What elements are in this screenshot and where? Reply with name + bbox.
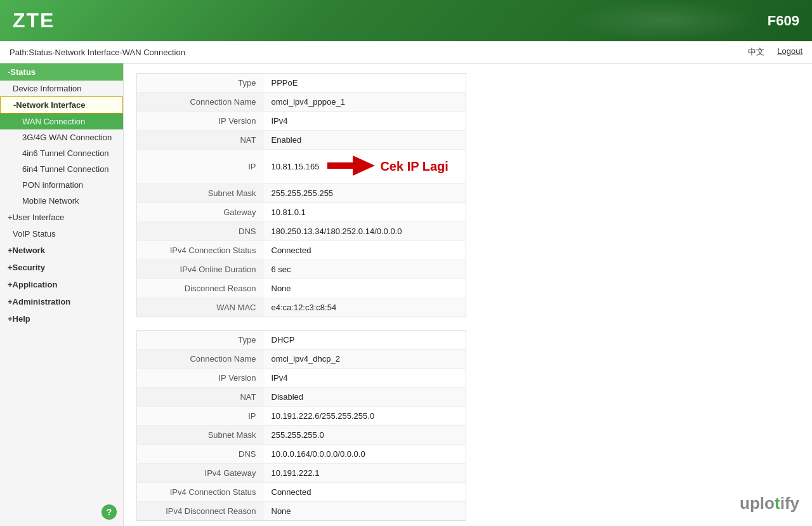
sidebar-item-6in4-tunnel[interactable]: 6in4 Tunnel Connection	[0, 161, 123, 177]
header: ZTE F609	[0, 0, 812, 41]
row-value: 10.191.222.6/255.255.255.0	[264, 407, 466, 426]
sidebar-item-pon-information[interactable]: PON information	[0, 177, 123, 193]
table-row: IP10.81.15.165 Cek IP Lagi	[137, 150, 466, 184]
table-row: IPv4 Online Duration6 sec	[137, 260, 466, 279]
row-value: 255.255.255.255	[264, 184, 466, 203]
navbar: Path:Status-Network Interface-WAN Connec…	[0, 41, 812, 63]
row-value: 10.0.0.164/0.0.0.0/0.0.0.0	[264, 445, 466, 464]
table-row: DNS10.0.0.164/0.0.0.0/0.0.0.0	[137, 445, 466, 464]
dhcp-table: TypeDHCPConnection Nameomci_ipv4_dhcp_2I…	[136, 330, 466, 521]
row-value: e4:ca:12:c3:c8:54	[264, 298, 466, 317]
row-label: IPv4 Connection Status	[137, 241, 264, 260]
sidebar: -Status Device Information -Network Inte…	[0, 63, 124, 526]
row-label: IP Version	[137, 112, 264, 131]
sidebar-item-device-information[interactable]: Device Information	[0, 81, 123, 96]
logout-link[interactable]: Logout	[777, 46, 802, 58]
row-value: 10.81.0.1	[264, 203, 466, 222]
row-label: IPv4 Connection Status	[137, 483, 264, 502]
row-label: Gateway	[137, 203, 264, 222]
row-value: None	[264, 502, 466, 521]
sidebar-item-help[interactable]: +Help	[0, 310, 123, 327]
table-row: Subnet Mask255.255.255.0	[137, 426, 466, 445]
table-row: Gateway10.81.0.1	[137, 203, 466, 222]
watermark-part1: uplo	[740, 494, 775, 513]
table-row: IPv4 Connection StatusConnected	[137, 483, 466, 502]
row-value: 180.250.13.34/180.252.0.14/0.0.0.0	[264, 222, 466, 241]
row-value: 6 sec	[264, 260, 466, 279]
row-value: 10.191.222.1	[264, 464, 466, 483]
ip-annotation-wrapper: 10.81.15.165 Cek IP Lagi	[272, 154, 459, 179]
row-value: Connected	[264, 483, 466, 502]
row-value: DHCP	[264, 331, 466, 350]
navbar-right: 中文 Logout	[748, 46, 802, 58]
sidebar-item-user-interface[interactable]: +User Interface	[0, 209, 123, 226]
logo: ZTE	[13, 9, 55, 32]
table-row: TypeDHCP	[137, 331, 466, 350]
watermark-t: t	[775, 494, 780, 513]
breadcrumb: Path:Status-Network Interface-WAN Connec…	[10, 48, 185, 57]
row-value: Connected	[264, 241, 466, 260]
row-label: DNS	[137, 445, 264, 464]
help-button[interactable]: ?	[102, 504, 117, 520]
watermark: uplotify	[740, 494, 799, 513]
sidebar-item-mobile-network[interactable]: Mobile Network	[0, 193, 123, 209]
table-row: WAN MACe4:ca:12:c3:c8:54	[137, 298, 466, 317]
row-label: IPv4 Gateway	[137, 464, 264, 483]
sidebar-item-application[interactable]: +Application	[0, 276, 123, 293]
row-label: NAT	[137, 131, 264, 150]
table-row: Subnet Mask255.255.255.255	[137, 184, 466, 203]
sidebar-item-administration[interactable]: +Administration	[0, 293, 123, 310]
sidebar-item-voip-status[interactable]: VoIP Status	[0, 226, 123, 242]
table-row: IP VersionIPv4	[137, 112, 466, 131]
table-row: TypePPPoE	[137, 74, 466, 93]
row-label: IP	[137, 407, 264, 426]
row-label: Subnet Mask	[137, 184, 264, 203]
table-row: NATDisabled	[137, 388, 466, 407]
table-row: IPv4 Gateway10.191.222.1	[137, 464, 466, 483]
sidebar-item-security[interactable]: +Security	[0, 259, 123, 276]
main-layout: -Status Device Information -Network Inte…	[0, 63, 812, 526]
row-value: IPv4	[264, 112, 466, 131]
row-value: 255.255.255.0	[264, 426, 466, 445]
row-label: Connection Name	[137, 350, 264, 369]
row-value: Enabled	[264, 131, 466, 150]
row-label: IP	[137, 150, 264, 184]
sidebar-item-wan-connection[interactable]: WAN Connection	[0, 114, 123, 129]
table-row: IPv4 Disconnect ReasonNone	[137, 502, 466, 521]
row-label: Type	[137, 331, 264, 350]
row-label: NAT	[137, 388, 264, 407]
table-row: Disconnect ReasonNone	[137, 279, 466, 298]
row-label: Connection Name	[137, 93, 264, 112]
row-label: WAN MAC	[137, 298, 264, 317]
svg-marker-0	[327, 155, 375, 176]
table-row: IPv4 Connection StatusConnected	[137, 241, 466, 260]
sidebar-item-network-interface[interactable]: -Network Interface	[0, 96, 123, 114]
row-value: Disabled	[264, 388, 466, 407]
row-value: omci_ipv4_dhcp_2	[264, 350, 466, 369]
row-value: omci_ipv4_pppoe_1	[264, 93, 466, 112]
table-row: Connection Nameomci_ipv4_dhcp_2	[137, 350, 466, 369]
table-row: DNS180.250.13.34/180.252.0.14/0.0.0.0	[137, 222, 466, 241]
sidebar-item-4in6-tunnel[interactable]: 4in6 Tunnel Connection	[0, 145, 123, 161]
row-label: IP Version	[137, 369, 264, 388]
table-row: IP10.191.222.6/255.255.255.0	[137, 407, 466, 426]
language-switch[interactable]: 中文	[748, 46, 764, 58]
row-value: 10.81.15.165 Cek IP Lagi	[264, 150, 466, 184]
watermark-part2: ify	[780, 494, 799, 513]
model-name: F609	[768, 13, 799, 29]
row-value: None	[264, 279, 466, 298]
row-label: DNS	[137, 222, 264, 241]
pppoe-table: TypePPPoEConnection Nameomci_ipv4_pppoe_…	[136, 73, 466, 317]
row-label: IPv4 Disconnect Reason	[137, 502, 264, 521]
sidebar-item-3g4g-wan[interactable]: 3G/4G WAN Connection	[0, 129, 123, 145]
row-value: IPv4	[264, 369, 466, 388]
row-label: Subnet Mask	[137, 426, 264, 445]
sidebar-item-network[interactable]: +Network	[0, 242, 123, 259]
cek-ip-label: Cek IP Lagi	[380, 159, 448, 174]
row-value: PPPoE	[264, 74, 466, 93]
sidebar-status-header[interactable]: -Status	[0, 63, 123, 81]
table-row: Connection Nameomci_ipv4_pppoe_1	[137, 93, 466, 112]
table-row: IP VersionIPv4	[137, 369, 466, 388]
row-label: Disconnect Reason	[137, 279, 264, 298]
ip-value: 10.81.15.165	[272, 162, 320, 171]
